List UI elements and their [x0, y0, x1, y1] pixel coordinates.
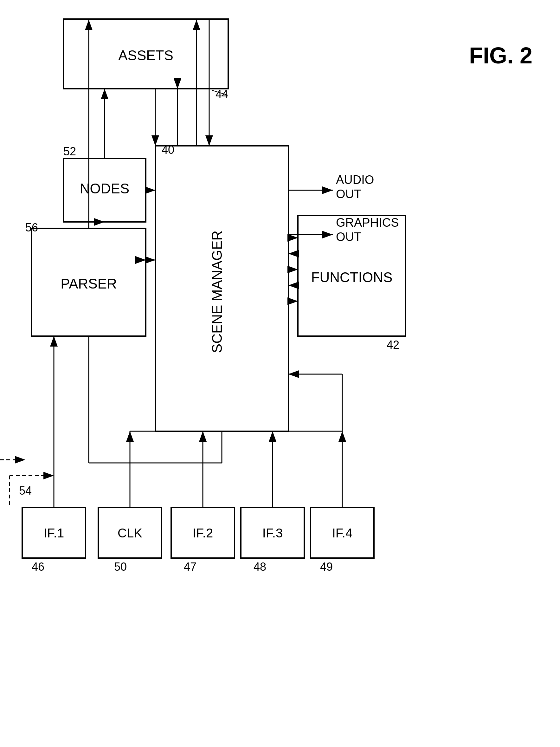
svg-marker-27	[288, 250, 299, 257]
svg-marker-61	[288, 370, 299, 378]
scene-manager-label: SCENE MANAGER	[209, 231, 225, 353]
svg-marker-50	[269, 431, 276, 442]
svg-marker-44	[15, 456, 25, 464]
svg-marker-41	[44, 472, 54, 480]
if4-label: IF.4	[332, 526, 352, 540]
parser-label: PARSER	[60, 276, 117, 291]
svg-marker-52	[339, 431, 346, 442]
functions-ref: 42	[386, 338, 399, 351]
svg-marker-16	[145, 186, 155, 194]
graphics-out-label2: OUT	[336, 230, 361, 243]
clk-label: CLK	[117, 526, 142, 540]
scene-manager-ref: 40	[162, 143, 174, 156]
nodes-ref: 52	[63, 145, 76, 158]
audio-out-label2: OUT	[336, 187, 361, 201]
audio-out-label: AUDIO	[336, 173, 374, 186]
ref-54: 54	[19, 484, 32, 497]
graphics-out-label: GRAPHICS	[336, 216, 399, 229]
svg-marker-14	[101, 89, 108, 99]
if1-ref: 46	[32, 560, 44, 573]
assets-ref: 44	[215, 88, 228, 101]
if4-ref: 49	[320, 560, 333, 573]
if1-label: IF.1	[44, 526, 64, 540]
if2-ref: 47	[184, 560, 196, 573]
svg-marker-31	[288, 282, 299, 289]
assets-label: ASSETS	[118, 48, 174, 63]
if2-label: IF.2	[193, 526, 213, 540]
svg-marker-21	[145, 256, 155, 264]
svg-marker-12	[205, 135, 213, 146]
parser-ref: 56	[25, 221, 38, 234]
nodes-label: NODES	[80, 181, 129, 196]
svg-marker-33	[288, 298, 298, 305]
diagram: FIG. 2 ASSETS 44 SCENE MANAGER 40 NODES …	[0, 0, 560, 747]
svg-marker-29	[288, 266, 298, 273]
if3-label: IF.3	[262, 526, 283, 540]
svg-marker-39	[50, 336, 58, 346]
svg-marker-48	[199, 431, 207, 442]
svg-marker-35	[322, 186, 333, 194]
figure-title: FIG. 2	[469, 43, 532, 68]
svg-marker-25	[288, 234, 298, 241]
svg-marker-46	[126, 431, 134, 442]
svg-marker-5	[152, 135, 159, 146]
if3-ref: 48	[254, 560, 266, 573]
clk-ref: 50	[114, 560, 127, 573]
functions-label: FUNCTIONS	[311, 269, 393, 285]
